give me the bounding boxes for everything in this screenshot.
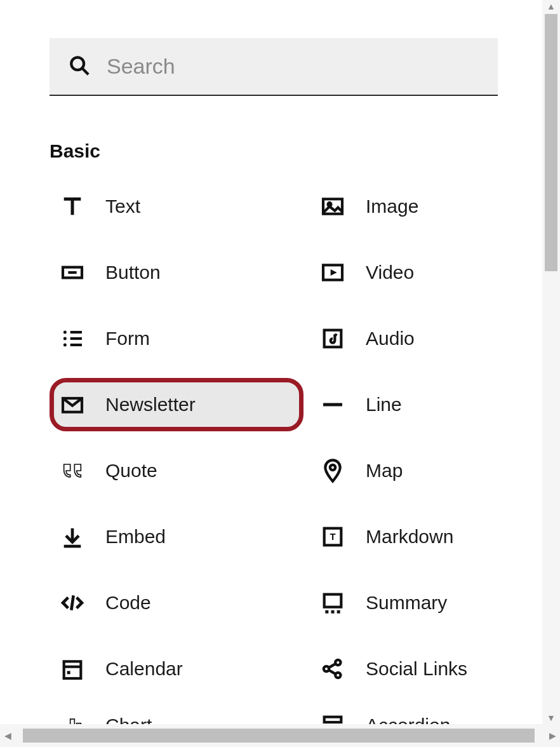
svg-point-14 (63, 344, 67, 347)
block-label: Quote (105, 460, 157, 481)
block-social-links[interactable]: Social Links (310, 642, 498, 696)
block-label: Audio (366, 328, 415, 349)
block-label: Calendar (105, 658, 183, 680)
summary-icon (319, 589, 347, 617)
svg-rect-28 (331, 610, 335, 614)
block-picker-panel: Basic Text Image Button (0, 0, 542, 747)
block-button[interactable]: Button (50, 246, 303, 299)
svg-rect-30 (64, 661, 81, 678)
search-input[interactable] (105, 53, 479, 79)
svg-point-12 (63, 337, 67, 340)
block-label: Social Links (366, 658, 467, 680)
horizontal-scrollbar[interactable]: ◀ ▶ (0, 724, 560, 747)
block-audio[interactable]: Audio (310, 312, 498, 365)
block-quote[interactable]: Quote (50, 444, 303, 497)
svg-line-17 (335, 334, 337, 335)
block-map[interactable]: Map (310, 444, 498, 497)
svg-rect-41 (324, 717, 342, 722)
block-grid: Text Image Button Video (50, 180, 498, 743)
scroll-thumb-horizontal[interactable] (23, 729, 535, 743)
svg-line-37 (328, 670, 336, 675)
block-line[interactable]: Line (310, 378, 498, 431)
block-label: Form (105, 328, 150, 349)
quote-icon (58, 457, 86, 485)
scroll-right-arrow[interactable]: ▶ (545, 724, 560, 747)
svg-rect-26 (324, 595, 342, 607)
block-embed[interactable]: Embed (50, 510, 303, 563)
block-label: Video (366, 262, 414, 283)
svg-line-36 (328, 664, 336, 668)
svg-point-10 (63, 331, 67, 334)
block-label: Newsletter (105, 394, 196, 415)
block-label: Button (105, 262, 161, 283)
block-markdown[interactable]: T Markdown (310, 510, 498, 563)
block-newsletter[interactable]: Newsletter (50, 378, 303, 431)
audio-icon (319, 325, 347, 353)
vertical-scrollbar[interactable]: ▲ ▼ (542, 0, 560, 724)
svg-point-20 (330, 465, 335, 470)
svg-line-25 (71, 595, 73, 610)
block-label: Text (105, 196, 140, 217)
block-summary[interactable]: Summary (310, 576, 498, 629)
newsletter-icon (58, 391, 86, 419)
block-image[interactable]: Image (310, 180, 498, 233)
block-video[interactable]: Video (310, 246, 498, 299)
svg-marker-9 (331, 269, 337, 276)
block-label: Code (105, 592, 151, 614)
block-form[interactable]: Form (50, 312, 303, 365)
embed-icon (58, 523, 86, 551)
block-code[interactable]: Code (50, 576, 303, 629)
video-icon (319, 259, 347, 286)
form-icon (58, 325, 86, 353)
calendar-icon (58, 655, 86, 683)
scroll-left-arrow[interactable]: ◀ (0, 724, 15, 747)
code-icon (58, 589, 86, 617)
block-label: Image (366, 196, 418, 217)
section-title-basic: Basic (50, 140, 498, 162)
svg-line-1 (82, 68, 88, 74)
block-label: Summary (366, 592, 447, 614)
block-text[interactable]: Text (50, 180, 303, 233)
image-icon (319, 192, 347, 220)
scroll-down-arrow[interactable]: ▼ (542, 711, 560, 724)
line-icon (319, 391, 347, 419)
search-field[interactable] (50, 38, 498, 96)
social-links-icon (319, 655, 347, 683)
markdown-icon: T (319, 523, 347, 551)
text-icon (58, 192, 86, 220)
svg-rect-32 (67, 671, 70, 674)
scroll-up-arrow[interactable]: ▲ (542, 0, 560, 13)
block-label: Line (366, 394, 402, 415)
button-icon (58, 259, 86, 286)
scroll-thumb-vertical[interactable] (545, 14, 557, 271)
svg-rect-27 (325, 610, 328, 614)
svg-rect-29 (337, 610, 340, 614)
svg-text:T: T (330, 531, 335, 542)
map-icon (319, 457, 347, 485)
svg-point-0 (71, 57, 84, 70)
block-label: Map (366, 460, 403, 481)
search-icon (69, 55, 90, 79)
block-calendar[interactable]: Calendar (50, 642, 303, 696)
block-label: Markdown (366, 526, 453, 548)
block-label: Embed (105, 526, 166, 548)
